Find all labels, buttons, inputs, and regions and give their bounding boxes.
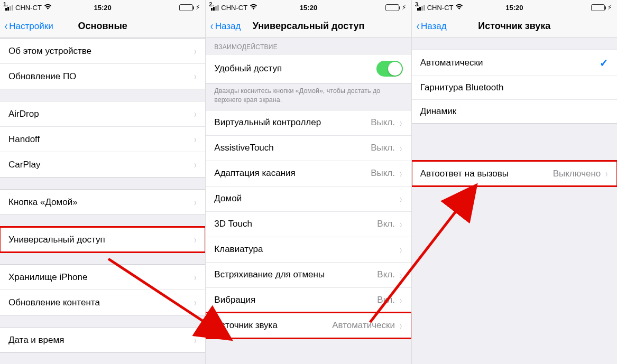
group-airdrop: AirDrop › Handoff › CarPlay › [0,101,205,178]
back-label: Назад [215,21,241,32]
group-accessibility: Универсальный доступ › [0,227,205,253]
section-footer: Дважды коснитесь кнопки «Домой», чтобы д… [206,83,411,110]
cell-label: Кнопка «Домой» [8,197,78,208]
cell-label: Встряхивание для отмены [214,269,325,280]
cell-assistivetouch[interactable]: AssistiveTouch Выкл.› [206,135,411,161]
chevron-right-icon: › [400,142,402,154]
cell-vibration[interactable]: Вибрация Вкл.› [206,287,411,313]
back-button[interactable]: ‹ Настройки [4,21,53,32]
cell-keyboard[interactable]: Клавиатура › [206,237,411,262]
battery-icon [179,4,193,11]
back-label: Назад [421,21,447,32]
cell-value: Вкл. [377,269,395,280]
back-button[interactable]: ‹ Назад [210,21,241,32]
status-bar: CHN-CT 15:20 ⚡︎ [206,0,411,15]
chevron-right-icon: › [400,320,402,332]
step-label-2: 2. [209,1,214,7]
chevron-right-icon: › [194,45,196,57]
cell-value: Выкл. [371,117,395,128]
cell-label: Обновление ПО [8,71,76,82]
cell-background-refresh[interactable]: Обновление контента › [0,290,205,315]
cell-label: Дата и время [8,335,64,346]
chevron-right-icon: › [400,269,402,281]
chevron-right-icon: › [194,133,196,145]
chevron-right-icon: › [194,296,196,309]
back-button[interactable]: ‹ Назад [416,21,447,32]
nav-header: ‹ Настройки Основные [0,15,205,38]
nav-header: ‹ Назад Универсальный доступ [206,15,411,38]
chevron-right-icon: › [194,234,196,246]
chevron-right-icon: › [400,218,402,230]
step-label-1: 1. [3,1,8,7]
chevron-right-icon: › [606,167,608,180]
cell-label: AssistiveTouch [214,143,273,153]
chevron-left-icon: ‹ [417,21,419,32]
cell-airdrop[interactable]: AirDrop › [0,101,205,126]
cell-option-bluetooth-headset[interactable]: Гарнитура Bluetooth [412,76,617,99]
chevron-left-icon: ‹ [5,21,7,32]
step-label-3: 3. [415,1,420,7]
cell-value: Вкл. [377,295,395,305]
cell-label: Адаптация касания [214,168,295,179]
cell-label: Об этом устройстве [8,46,91,57]
group-interaction-rows: Виртуальный контроллер Выкл.› AssistiveT… [206,110,411,339]
cell-home[interactable]: Домой › [206,186,411,211]
toggle-switch[interactable] [376,61,403,77]
cell-carplay[interactable]: CarPlay › [0,152,205,177]
cell-option-automatic[interactable]: Автоматически ✓ [412,50,617,76]
cell-label: Автоответ на вызовы [420,169,509,179]
battery-icon [385,4,399,11]
cell-label: Домой [214,193,242,204]
cell-handoff[interactable]: Handoff › [0,126,205,152]
status-bar: CHN-CT 15:20 ⚡︎ [412,0,617,15]
group-auto-answer: Автоответ на вызовы Выключено› [412,161,617,186]
cell-accessibility[interactable]: Универсальный доступ › [0,227,205,252]
cell-about-device[interactable]: Об этом устройстве › [0,39,205,63]
cell-label: Виртуальный контроллер [214,117,321,128]
chevron-right-icon: › [194,108,196,120]
cell-iphone-storage[interactable]: Хранилище iPhone › [0,265,205,290]
cell-reachability[interactable]: Удобный доступ [206,54,411,83]
cell-value: Автоматически [332,320,395,331]
chevron-right-icon: › [400,117,402,129]
cell-label: AirDrop [8,109,39,119]
nav-header: ‹ Назад Источник звука [412,15,617,38]
chevron-left-icon: ‹ [210,21,213,32]
cell-shake-to-undo[interactable]: Встряхивание для отмены Вкл.› [206,262,411,287]
section-header-interaction: ВЗАИМОДЕЙСТВИЕ [206,38,411,54]
cell-3d-touch[interactable]: 3D Touch Вкл.› [206,211,411,237]
cell-label: Хранилище iPhone [8,272,87,283]
cell-label: Клавиатура [214,244,263,255]
cell-label: CarPlay [8,160,40,170]
chevron-right-icon: › [400,193,402,205]
group-reachability: Удобный доступ [206,54,411,83]
cell-switch-control[interactable]: Виртуальный контроллер Выкл.› [206,110,411,135]
cell-option-speaker[interactable]: Динамик [412,99,617,123]
cell-software-update[interactable]: Обновление ПО › [0,63,205,89]
chevron-right-icon: › [400,167,402,180]
group-home: Кнопка «Домой» › [0,189,205,215]
chevron-right-icon: › [400,244,402,256]
chevron-right-icon: › [194,158,196,171]
status-bar: CHN-CT 15:20 ⚡︎ [0,0,205,15]
cell-touch-accommodations[interactable]: Адаптация касания Выкл.› [206,161,411,186]
cell-label: Универсальный доступ [8,235,105,245]
cell-call-audio-routing[interactable]: Источник звука Автоматически› [206,313,411,338]
group-datetime: Дата и время › [0,327,205,353]
cell-label: 3D Touch [214,219,252,229]
screen-3-audio-routing: 3. CHN-CT 15:20 ⚡︎ ‹ Назад Источник звук… [412,0,617,364]
chevron-right-icon: › [194,271,196,283]
cell-home-button[interactable]: Кнопка «Домой» › [0,190,205,214]
cell-value: Выключено [553,169,601,179]
cell-date-time[interactable]: Дата и время › [0,328,205,352]
back-label: Настройки [9,21,53,32]
cell-label: Обновление контента [8,297,100,308]
chevron-right-icon: › [194,334,196,346]
cell-label: Вибрация [214,295,255,305]
cell-label: Автоматически [420,58,483,68]
clock-label: 15:20 [412,4,617,12]
cell-label: Источник звука [214,320,278,331]
cell-auto-answer-calls[interactable]: Автоответ на вызовы Выключено› [412,161,617,186]
cell-label: Удобный доступ [214,63,282,74]
group-about: Об этом устройстве › Обновление ПО › [0,38,205,89]
